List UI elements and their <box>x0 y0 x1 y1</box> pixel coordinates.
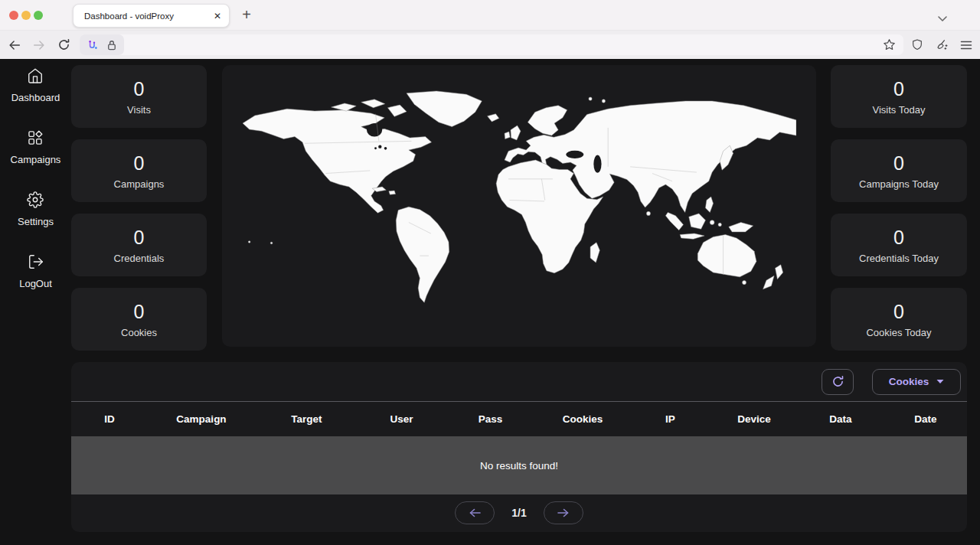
sidebar-item-label: Campaigns <box>11 154 61 165</box>
menu-icon[interactable] <box>960 40 972 51</box>
column-header-date: Date <box>884 413 967 425</box>
browser-titlebar: Dashboard - voidProxy ✕ + <box>0 0 980 31</box>
stat-label: Campaigns Today <box>859 178 939 190</box>
column-header-device: Device <box>711 413 797 425</box>
results-panel: Cookies ID Campaign Target User Pass Coo… <box>71 362 967 532</box>
browser-tab[interactable]: Dashboard - voidProxy ✕ <box>73 4 230 28</box>
refresh-button[interactable] <box>822 369 854 395</box>
stat-label: Cookies Today <box>866 327 931 338</box>
tab-list-chevron-icon[interactable] <box>937 11 948 25</box>
shield-icon[interactable] <box>911 38 923 51</box>
stat-card-campaigns: 0 Campaigns <box>71 139 207 202</box>
sidebar-item-logout[interactable]: LogOut <box>19 253 52 289</box>
sidebar-item-label: LogOut <box>19 278 52 289</box>
page-indicator: 1/1 <box>511 507 526 519</box>
close-window-button[interactable] <box>9 11 18 20</box>
new-tab-button[interactable]: + <box>237 5 256 24</box>
stat-label: Visits Today <box>873 104 926 116</box>
reload-icon[interactable] <box>57 38 70 52</box>
sidebar: Dashboard Campaigns Settings LogOut <box>0 59 71 545</box>
stat-value: 0 <box>893 152 904 175</box>
stat-value: 0 <box>893 301 904 323</box>
filter-dropdown-button[interactable]: Cookies <box>872 369 961 395</box>
stat-card-campaigns-today: 0 Campaigns Today <box>831 139 967 202</box>
bookmark-star-icon[interactable] <box>883 38 896 51</box>
prev-page-button[interactable] <box>455 501 495 524</box>
stat-value: 0 <box>134 301 145 323</box>
sidebar-item-label: Settings <box>18 216 54 227</box>
category-grid-icon <box>27 129 44 148</box>
voidproxy-dashboard: Dashboard Campaigns Settings LogOut 0 Vi… <box>0 59 980 545</box>
column-header-user: User <box>358 413 445 425</box>
minimize-window-button[interactable] <box>21 11 31 20</box>
traffic-lights <box>9 11 43 20</box>
gear-icon <box>27 191 44 210</box>
stat-card-cookies: 0 Cookies <box>71 288 207 351</box>
stat-value: 0 <box>134 227 145 249</box>
sidebar-item-dashboard[interactable]: Dashboard <box>11 67 60 103</box>
table-header-row: ID Campaign Target User Pass Cookies IP … <box>71 402 967 436</box>
stat-label: Credentials <box>114 253 165 264</box>
stat-value: 0 <box>134 78 145 100</box>
stats-column-today: 0 Visits Today 0 Campaigns Today 0 Crede… <box>831 65 967 351</box>
tab-title: Dashboard - voidProxy <box>84 11 214 21</box>
column-header-pass: Pass <box>445 413 536 425</box>
stat-card-credentials: 0 Credentials <box>71 214 207 276</box>
proxy-extension-icon[interactable] <box>87 39 99 51</box>
world-map <box>243 89 796 303</box>
chevron-down-icon <box>936 379 944 384</box>
url-input[interactable] <box>124 34 883 55</box>
results-toolbar: Cookies <box>71 362 967 402</box>
sidebar-item-settings[interactable]: Settings <box>18 191 54 227</box>
url-bar[interactable] <box>80 34 903 55</box>
stat-label: Visits <box>127 104 151 116</box>
stats-column-total: 0 Visits 0 Campaigns 0 Credentials 0 Coo… <box>71 65 207 351</box>
forward-icon[interactable] <box>32 38 46 52</box>
column-header-ip: IP <box>629 413 711 425</box>
column-header-id: ID <box>71 413 148 425</box>
stat-value: 0 <box>134 152 145 175</box>
column-header-cookies: Cookies <box>536 413 629 425</box>
column-header-campaign: Campaign <box>148 413 255 425</box>
world-map-card <box>222 65 816 347</box>
column-header-target: Target <box>255 413 358 425</box>
column-header-data: Data <box>797 413 884 425</box>
back-icon[interactable] <box>8 38 21 52</box>
stat-card-credentials-today: 0 Credentials Today <box>831 214 967 276</box>
logout-icon <box>28 253 44 272</box>
stat-label: Cookies <box>121 327 157 338</box>
browser-toolbar <box>0 31 980 59</box>
arrow-left-icon <box>467 507 482 518</box>
stat-value: 0 <box>893 227 904 249</box>
stat-label: Campaigns <box>114 178 165 190</box>
empty-state-row: No results found! <box>71 436 967 494</box>
tab-close-icon[interactable]: ✕ <box>214 11 221 21</box>
empty-state-message: No results found! <box>480 460 558 472</box>
lock-icon[interactable] <box>106 39 118 51</box>
zoom-window-button[interactable] <box>34 11 43 20</box>
sidebar-item-campaigns[interactable]: Campaigns <box>11 129 61 165</box>
dashboard-content: 0 Visits 0 Campaigns 0 Credentials 0 Coo… <box>71 59 980 545</box>
stat-label: Credentials Today <box>859 253 939 264</box>
toolbar-right-icons <box>911 38 972 51</box>
site-identity-box <box>80 34 124 55</box>
filter-dropdown-label: Cookies <box>889 376 929 387</box>
stat-value: 0 <box>893 78 904 100</box>
cleaner-broom-icon[interactable] <box>935 39 949 51</box>
refresh-icon <box>831 375 844 388</box>
stat-card-visits-today: 0 Visits Today <box>831 65 967 128</box>
stat-card-cookies-today: 0 Cookies Today <box>831 288 967 351</box>
next-page-button[interactable] <box>544 501 583 524</box>
stat-card-visits: 0 Visits <box>71 65 207 128</box>
arrow-right-icon <box>556 507 571 518</box>
sidebar-item-label: Dashboard <box>11 92 60 103</box>
home-icon <box>27 67 44 86</box>
pagination: 1/1 <box>71 494 967 531</box>
